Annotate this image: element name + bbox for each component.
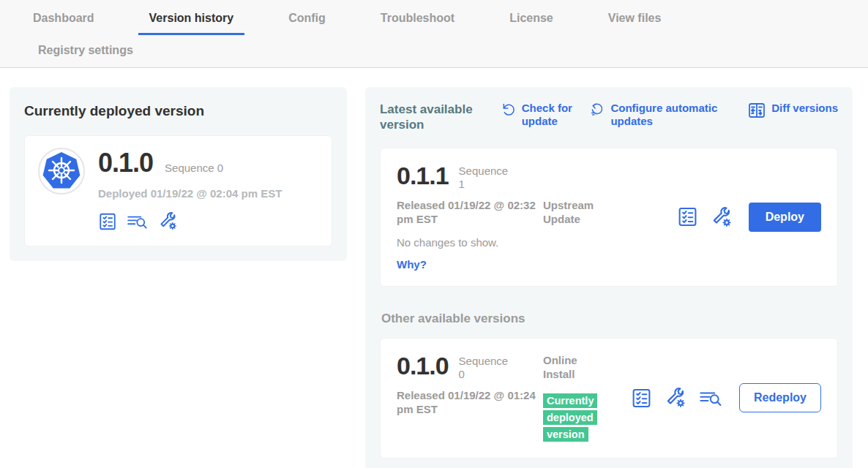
latest-version-panel: Latest available version Check for updat… [365, 87, 853, 468]
deployed-version-card: 0.1.0 Sequence 0 Deployed 01/19/22 @ 02:… [24, 135, 332, 246]
deployed-version-info: 0.1.0 Sequence 0 Deployed 01/19/22 @ 02:… [98, 148, 282, 231]
configure-automatic-updates-link[interactable]: Configure automatic updates [590, 102, 736, 128]
other-source-column: Online Install Currently deployed versio… [543, 353, 631, 443]
latest-version-card: 0.1.1 Sequence 1 Released 01/19/22 @ 02:… [380, 148, 838, 287]
deployed-version-number: 0.1.0 [98, 148, 153, 178]
refresh-icon [501, 102, 516, 120]
other-source-label: Online Install [543, 353, 587, 382]
diff-versions-link[interactable]: Diff versions [748, 102, 838, 121]
check-for-update-label: Check for update [522, 102, 579, 128]
why-link[interactable]: Why? [397, 258, 427, 271]
other-sequence: Sequence 0 [459, 353, 512, 381]
redeploy-button[interactable]: Redeploy [739, 383, 821, 412]
preflight-checklist-icon[interactable] [631, 388, 652, 409]
latest-version-actions [677, 206, 733, 228]
no-changes-text: No changes to show. [397, 236, 543, 249]
latest-sequence: Sequence 1 [459, 163, 512, 191]
diff-icon [748, 102, 766, 121]
deploy-logs-icon[interactable] [127, 212, 149, 231]
edit-config-icon[interactable] [711, 206, 733, 228]
deploy-button[interactable]: Deploy [749, 203, 821, 232]
tab-config[interactable]: Config [277, 4, 337, 35]
tab-license[interactable]: License [498, 4, 564, 35]
latest-source-column: Upstream Update [543, 163, 631, 227]
tab-dashboard[interactable]: Dashboard [22, 4, 105, 35]
currently-deployed-badge: Currently deployed version [543, 393, 597, 442]
other-version-card: 0.1.0 Sequence 0 Released 01/19/22 @ 01:… [380, 338, 838, 458]
latest-released-timestamp: Released 01/19/22 @ 02:32 pm EST [397, 198, 536, 227]
other-version-number: 0.1.0 [397, 353, 449, 378]
other-version-info: 0.1.0 Sequence 0 Released 01/19/22 @ 01:… [397, 353, 543, 417]
tab-registry-settings[interactable]: Registry settings [27, 35, 144, 67]
latest-source-label: Upstream Update [543, 198, 610, 227]
latest-panel-header: Latest available version Check for updat… [380, 102, 838, 133]
edit-config-icon[interactable] [158, 211, 178, 231]
deployed-sequence: Sequence 0 [165, 162, 223, 174]
preflight-checklist-icon[interactable] [677, 206, 698, 227]
diff-versions-label: Diff versions [771, 102, 838, 115]
latest-version-info: 0.1.1 Sequence 1 Released 01/19/22 @ 02:… [397, 163, 543, 271]
kubernetes-logo-icon [38, 148, 85, 231]
nav-secondary-row: Registry settings [0, 35, 868, 67]
latest-available-title: Latest available version [380, 102, 490, 133]
check-for-update-link[interactable]: Check for update [501, 102, 579, 128]
other-versions-heading: Other available versions [381, 312, 838, 326]
main-content: Currently deployed version [0, 68, 868, 468]
edit-config-icon[interactable] [665, 387, 686, 409]
preflight-checklist-icon[interactable] [98, 212, 117, 231]
tab-view-files[interactable]: View files [597, 4, 673, 35]
currently-deployed-title: Currently deployed version [24, 103, 332, 119]
top-navigation: Dashboard Version history Config Trouble… [0, 0, 868, 68]
deploy-logs-icon[interactable] [699, 388, 723, 409]
latest-version-number: 0.1.1 [397, 163, 449, 188]
auto-update-icon [590, 102, 605, 120]
currently-deployed-panel: Currently deployed version [10, 87, 347, 261]
deployed-timestamp: Deployed 01/19/22 @ 02:04 pm EST [98, 187, 282, 200]
nav-primary-row: Dashboard Version history Config Trouble… [0, 4, 868, 35]
tab-version-history[interactable]: Version history [138, 4, 245, 35]
other-version-actions [631, 387, 723, 409]
other-released-timestamp: Released 01/19/22 @ 01:24 pm EST [397, 388, 536, 417]
tab-troubleshoot[interactable]: Troubleshoot [370, 4, 465, 35]
configure-automatic-updates-label: Configure automatic updates [610, 102, 736, 128]
